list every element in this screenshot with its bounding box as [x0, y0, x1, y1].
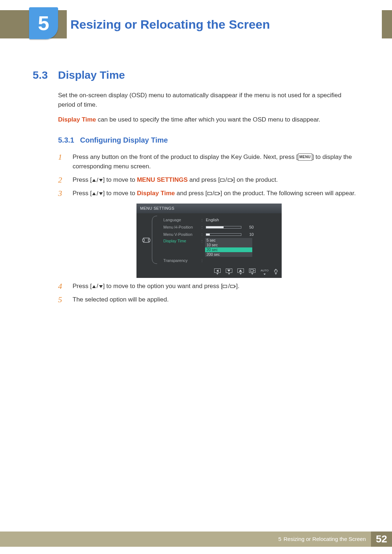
osd-power-button [274, 268, 278, 275]
osd-screenshot: MENU SETTINGS Language : English [58, 204, 360, 278]
osd-dropdown: 5 sec 10 sec 20 sec 200 sec [205, 238, 279, 257]
step-2: 2 Press [/] to move to MENU SETTINGS and… [58, 175, 360, 185]
osd-auto-button: AUTO [261, 268, 269, 275]
svg-rect-3 [228, 179, 232, 181]
step-text: and press [ [188, 176, 220, 183]
step-number: 4 [58, 282, 66, 291]
highlight-display-time: Display Time [137, 190, 175, 197]
step-text: and press [ [175, 190, 207, 197]
footer-chapter-title: Resizing or Relocating the Screen [283, 535, 366, 543]
step-text: ] on the product. [233, 176, 278, 183]
step-number: 2 [58, 175, 66, 185]
select-enter-keys-icon: / [222, 282, 236, 291]
svg-marker-5 [99, 192, 103, 195]
osd-option-selected: 20 sec [205, 247, 252, 252]
osd-label: Menu H-Position [163, 224, 201, 230]
svg-marker-18 [99, 285, 103, 288]
svg-marker-17 [92, 285, 96, 288]
svg-marker-4 [92, 192, 96, 195]
step-text: ] to move to [103, 190, 137, 197]
osd-down-button [226, 268, 232, 275]
step-text: Press [ [73, 283, 92, 290]
osd-option: 10 sec [205, 243, 252, 247]
osd-value: English [205, 217, 279, 223]
step-list: 1 Press any button on the front of the p… [58, 152, 360, 198]
osd-up-button [237, 268, 244, 275]
content-area: Set the on-screen display (OSD) menu to … [58, 91, 360, 308]
section-title: Display Time [58, 67, 125, 84]
step-text: Press [ [73, 190, 92, 197]
step-text: ] to move to the option you want and pre… [103, 283, 223, 290]
up-down-keys-icon: / [92, 282, 103, 291]
step-body: Press [/] to move to the option you want… [73, 282, 360, 291]
osd-option: 200 sec [205, 252, 252, 257]
section-number: 5.3 [33, 67, 48, 84]
section-heading: 5.3 Display Time [33, 67, 125, 84]
osd-auto-label: AUTO [261, 268, 269, 273]
step-body: Press [/] to move to Display Time and pr… [73, 189, 360, 198]
intro-paragraph-2: Display Time can be used to specify the … [58, 115, 360, 124]
step-list-cont: 4 Press [/] to move to the option you wa… [58, 282, 360, 305]
svg-marker-0 [92, 179, 96, 182]
footer-page-number: 52 [371, 532, 392, 547]
svg-marker-1 [99, 179, 103, 182]
svg-rect-14 [250, 270, 253, 272]
osd-slider: 50 [205, 224, 279, 230]
osd-value: 50 [244, 224, 254, 230]
chapter-number-badge: 5 [29, 7, 58, 39]
highlight-menu-settings: MENU SETTINGS [137, 176, 188, 183]
osd-value: 10 [244, 231, 254, 238]
osd-label: Language [163, 217, 201, 223]
up-down-keys-icon: / [92, 189, 103, 198]
osd-label: Transparency [163, 258, 201, 264]
step-text: ] on the product. The following screen w… [220, 190, 356, 197]
footer-chapter-ref: 5 Resizing or Relocating the Screen [273, 532, 371, 547]
osd-category-icon [142, 237, 150, 243]
step-body: Press any button on the front of the pro… [73, 152, 360, 172]
svg-rect-2 [220, 179, 224, 181]
intro-paragraph-1: Set the on-screen display (OSD) menu to … [58, 91, 360, 110]
step-5: 5 The selected option will be applied. [58, 295, 360, 304]
select-enter-keys-icon: / [220, 175, 233, 185]
svg-marker-11 [216, 270, 219, 272]
chapter-title: Resizing or Relocating the Screen [67, 10, 382, 38]
step-number: 3 [58, 189, 66, 198]
osd-row-vpos: Menu V-Position : 10 [163, 231, 279, 238]
osd-row-display-time: Display Time : 5 sec 10 sec 20 sec 200 s… [163, 238, 279, 257]
step-body: The selected option will be applied. [73, 295, 360, 304]
svg-rect-6 [208, 192, 212, 195]
svg-marker-13 [239, 270, 242, 272]
svg-rect-10 [148, 239, 150, 241]
step-body: Press [/] to move to MENU SETTINGS and p… [73, 175, 360, 185]
up-down-keys-icon: / [92, 176, 103, 185]
subsection-heading: 5.3.1 Configuring Display Time [58, 135, 360, 146]
svg-rect-20 [230, 285, 234, 288]
osd-row-hpos: Menu H-Position : 50 [163, 223, 279, 231]
svg-rect-7 [215, 192, 219, 195]
osd-panel: MENU SETTINGS Language : English [136, 204, 282, 278]
select-enter-keys-icon: / [207, 189, 221, 198]
step-number: 1 [58, 152, 66, 172]
osd-label: Menu V-Position [163, 231, 201, 238]
osd-back-button [214, 268, 221, 275]
svg-rect-9 [143, 239, 144, 241]
step-text: ] to move to [103, 176, 137, 183]
footer-chapter-number: 5 [278, 535, 281, 543]
menu-key-icon: MENU [298, 153, 312, 161]
osd-settings-list: Language : English Menu H-Position : 50 … [153, 216, 279, 264]
step-3: 3 Press [/] to move to Display Time and … [58, 189, 360, 198]
step-text: Press any button on the front of the pro… [73, 153, 298, 160]
osd-enter-button [249, 268, 256, 275]
step-text: Press [ [73, 176, 92, 183]
subsection-title: Configuring Display Time [80, 135, 168, 146]
osd-slider: 10 [205, 231, 279, 238]
osd-row-transparency: Transparency : [163, 257, 279, 264]
intro-2-rest: can be used to specify the time after wh… [96, 116, 320, 123]
osd-option: 5 sec [205, 238, 252, 243]
svg-rect-19 [223, 285, 227, 288]
footer-band: 5 Resizing or Relocating the Screen 52 [0, 532, 392, 547]
step-number: 5 [58, 295, 66, 304]
osd-footer-buttons: AUTO [136, 266, 282, 278]
osd-title: MENU SETTINGS [136, 204, 282, 213]
svg-marker-12 [227, 270, 230, 272]
